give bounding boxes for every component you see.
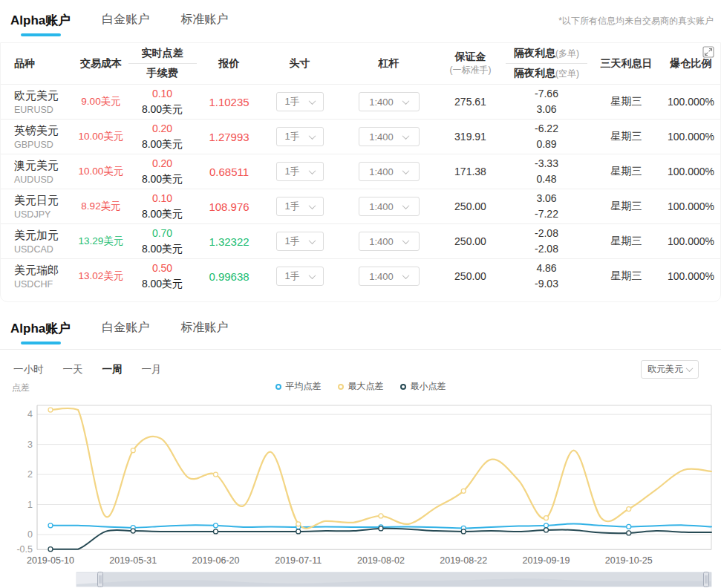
select-value: 1:400 xyxy=(369,97,394,108)
period-one-day[interactable]: 一天 xyxy=(63,363,83,376)
y-tick-label: 1 xyxy=(27,500,33,510)
leverage-cell: 1:400 xyxy=(339,92,439,111)
spread-chart-panel: 一小时 一天 一周 一月 欧元美元 点差 平均点差 最大点差 最小点差 4321… xyxy=(0,349,721,588)
header-divider xyxy=(506,63,587,64)
table-row: 英镑美元GBPUSD10.00美元0.208.00美元1.279931手1:40… xyxy=(1,119,720,154)
instrument-table: 品种 交易成本 实时点差 手续费 报价 头寸 杠杆 保证金 (一标准手) 隔夜利… xyxy=(0,42,721,302)
data-point-marker xyxy=(461,529,466,534)
tab-standard-account[interactable]: 标准账户 xyxy=(179,320,229,343)
position-cell: 1手 xyxy=(261,232,339,251)
select-value: 1手 xyxy=(284,130,299,143)
overnight-cell: -6.220.89 xyxy=(502,121,591,152)
leverage-cell: 1:400 xyxy=(339,197,439,216)
tab-platinum-account[interactable]: 白金账户 xyxy=(100,320,151,343)
commission: 8.00美元 xyxy=(127,241,198,257)
tab-alpha-account[interactable]: Alpha账户 xyxy=(9,320,72,344)
realtime-spread: 0.70 xyxy=(127,226,198,241)
leverage-select[interactable]: 1:400 xyxy=(359,162,420,181)
period-one-month[interactable]: 一月 xyxy=(142,363,162,376)
position-select[interactable]: 1手 xyxy=(276,162,324,181)
table-row: 美元瑞郎USDCHF13.02美元0.508.00美元0.996381手1:40… xyxy=(1,258,720,293)
margin-value: 275.61 xyxy=(439,96,502,108)
position-select[interactable]: 1手 xyxy=(276,92,324,111)
trading-cost: 13.02美元 xyxy=(75,270,127,283)
legend-item-max-spread[interactable]: 最大点差 xyxy=(338,380,384,393)
legend-dot-icon xyxy=(338,384,344,390)
interest-day: 星期三 xyxy=(591,270,662,283)
header-spread-commission: 实时点差 手续费 xyxy=(127,47,198,80)
position-cell: 1手 xyxy=(261,127,339,146)
expand-icon[interactable] xyxy=(702,46,714,58)
position-select[interactable]: 1手 xyxy=(276,127,324,146)
select-value: 1:400 xyxy=(369,201,394,212)
chevron-down-icon xyxy=(402,167,409,174)
period-one-hour[interactable]: 一小时 xyxy=(13,363,44,376)
legend-item-average-spread[interactable]: 平均点差 xyxy=(275,380,322,393)
trading-cost: 13.29美元 xyxy=(75,235,127,248)
tab-platinum-account[interactable]: 白金账户 xyxy=(100,12,151,35)
leverage-cell: 1:400 xyxy=(339,267,439,286)
position-select[interactable]: 1手 xyxy=(276,232,324,251)
commission: 8.00美元 xyxy=(127,206,198,222)
leverage-select[interactable]: 1:400 xyxy=(359,197,420,216)
symbol-cell: 英镑美元GBPUSD xyxy=(1,124,75,150)
quote-value: 1.10235 xyxy=(198,96,261,108)
overnight-long: 4.86 xyxy=(502,261,591,276)
commission: 8.00美元 xyxy=(127,172,198,187)
data-point-marker xyxy=(131,529,135,533)
leverage-select[interactable]: 1:400 xyxy=(359,267,420,286)
datazoom-handle-right[interactable] xyxy=(704,572,709,587)
symbol-name: 美元瑞郎 xyxy=(14,264,75,278)
table-row: 欧元美元EURUSD9.00美元0.108.00美元1.102351手1:400… xyxy=(1,84,720,119)
leverage-select[interactable]: 1:400 xyxy=(359,127,420,146)
legend-item-min-spread[interactable]: 最小点差 xyxy=(400,380,446,393)
interest-day: 星期三 xyxy=(591,235,662,248)
data-point-marker xyxy=(627,531,631,535)
table-header-row: 品种 交易成本 实时点差 手续费 报价 头寸 杠杆 保证金 (一标准手) 隔夜利… xyxy=(1,43,720,84)
leverage-cell: 1:400 xyxy=(339,127,439,146)
leverage-select[interactable]: 1:400 xyxy=(359,232,420,251)
tab-standard-account[interactable]: 标准账户 xyxy=(179,12,229,35)
symbol-cell: 美元日元USDJPY xyxy=(1,194,75,220)
data-point-marker xyxy=(48,523,53,528)
datazoom-handle-left[interactable] xyxy=(98,572,103,587)
spread-commission-cell: 0.108.00美元 xyxy=(127,191,198,222)
spread-commission-cell: 0.208.00美元 xyxy=(127,121,198,152)
y-tick-label: -0.5 xyxy=(16,544,33,555)
position-select[interactable]: 1手 xyxy=(276,267,324,286)
overnight-short: -9.03 xyxy=(502,276,591,292)
overnight-long: -6.22 xyxy=(502,121,591,137)
overnight-short: 0.48 xyxy=(502,172,591,187)
x-tick-label: 2019-06-20 xyxy=(192,555,240,566)
leverage-select[interactable]: 1:400 xyxy=(359,92,420,111)
overnight-cell: -2.08-2.08 xyxy=(502,226,591,257)
symbol-select[interactable]: 欧元美元 xyxy=(641,360,699,379)
overnight-cell: -7.663.06 xyxy=(502,86,591,117)
period-one-week[interactable]: 一周 xyxy=(102,363,123,376)
header-divider xyxy=(128,63,197,64)
chevron-down-icon xyxy=(402,237,409,244)
tab-alpha-account[interactable]: Alpha账户 xyxy=(9,12,72,36)
spread-commission-cell: 0.508.00美元 xyxy=(127,261,198,292)
overnight-long: -2.08 xyxy=(502,226,591,241)
chevron-down-icon xyxy=(308,132,316,140)
quote-value: 1.27993 xyxy=(198,131,261,143)
legend-dot-icon xyxy=(275,384,281,390)
realtime-spread: 0.20 xyxy=(127,156,198,172)
data-point-marker xyxy=(214,472,218,477)
position-select[interactable]: 1手 xyxy=(276,197,324,216)
interest-day: 星期三 xyxy=(591,165,662,178)
x-tick-label: 2019-07-11 xyxy=(275,555,322,566)
chevron-down-icon xyxy=(402,202,409,209)
data-point-marker xyxy=(48,547,53,552)
overnight-short: -2.08 xyxy=(502,241,591,257)
commission: 8.00美元 xyxy=(127,276,198,292)
header-overnight: 隔夜利息(多单) 隔夜利息(空单) xyxy=(502,47,591,80)
symbol-cell: 美元瑞郎USDCHF xyxy=(1,264,75,290)
trading-cost: 10.00美元 xyxy=(75,130,127,143)
commission: 8.00美元 xyxy=(127,102,198,117)
quote-value: 0.68511 xyxy=(198,166,261,178)
chevron-down-icon xyxy=(308,167,316,174)
select-value: 1:400 xyxy=(369,166,394,177)
header-overnight-long: 隔夜利息(多单) xyxy=(514,47,579,60)
